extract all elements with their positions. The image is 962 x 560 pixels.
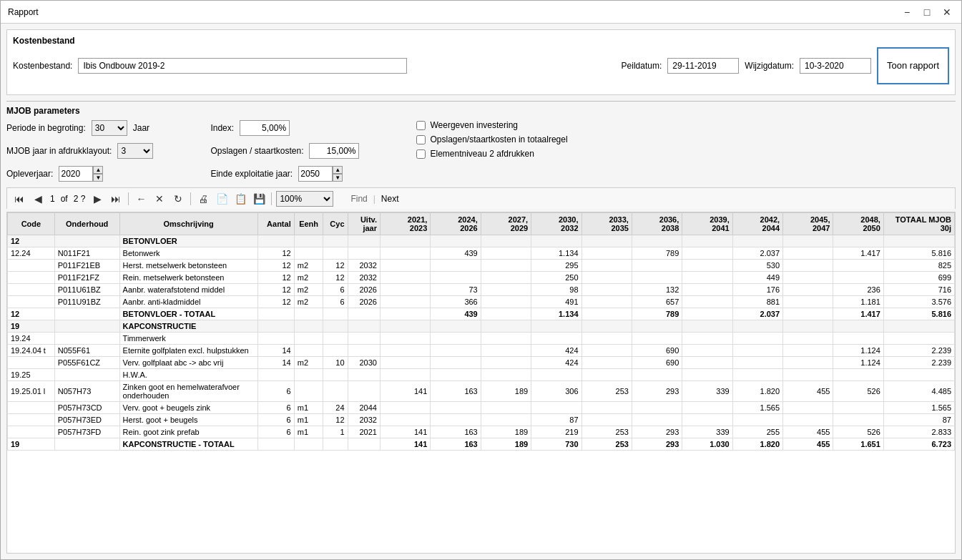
cell-c6: 690: [632, 357, 682, 369]
cell-c1: [380, 357, 430, 369]
cell-onderhoud: P011U91BZ: [54, 296, 119, 308]
cell-eenh: [294, 438, 323, 451]
close-button[interactable]: ✕: [940, 5, 954, 19]
minimize-button[interactable]: −: [900, 5, 914, 19]
einde-down[interactable]: ▼: [333, 174, 343, 182]
cell-c10: [833, 369, 883, 381]
cell-c3: 189: [481, 438, 531, 451]
opleverjaar-input[interactable]: [59, 166, 93, 182]
kostenbestand-input[interactable]: [78, 58, 407, 74]
first-page-button[interactable]: ⏮: [11, 191, 27, 207]
cell-c7: [682, 296, 732, 308]
cell-c4: [531, 333, 581, 345]
opslagen-row: Opslagen / staartkosten:: [210, 143, 359, 159]
opleverjaar-down[interactable]: ▼: [93, 174, 103, 182]
einde-input[interactable]: [298, 166, 333, 182]
cell-c10: 526: [833, 426, 883, 438]
cell-omschrijving: Aanbr. anti-kladmiddel: [119, 296, 257, 308]
cell-eenh: [294, 369, 323, 381]
next-link[interactable]: Next: [381, 194, 399, 204]
cell-c3: [481, 260, 531, 272]
wijzigdatum-input[interactable]: [800, 58, 871, 74]
zoom-select[interactable]: 100%75%150%: [276, 191, 333, 207]
cell-c4: 730: [531, 438, 581, 451]
mjob-jaar-select[interactable]: 312: [117, 143, 153, 159]
maximize-button[interactable]: □: [920, 5, 934, 19]
cell-cyc: [323, 345, 348, 357]
cell-totaal: 825: [883, 260, 954, 272]
cell-omschrijving: Rein. goot zink prefab: [119, 426, 257, 438]
cell-uitv: [348, 235, 380, 247]
cell-totaal: [883, 333, 954, 345]
cell-cyc: [323, 381, 348, 402]
cell-onderhoud: N057H73: [54, 381, 119, 402]
cell-c5: [581, 333, 632, 345]
cell-c3: 189: [481, 426, 531, 438]
save-button[interactable]: 💾: [251, 191, 267, 207]
cb1-label: Weergeven investering: [430, 120, 518, 130]
cell-onderhoud: [54, 320, 119, 333]
cell-omschrijving: BETONVLOER - TOTAAL: [119, 308, 257, 320]
cell-cyc: 6: [323, 284, 348, 296]
cell-totaal: 699: [883, 272, 954, 284]
th-2033: 2033,2035: [581, 213, 632, 235]
toon-rapport-button[interactable]: Toon rapport: [877, 47, 949, 84]
cell-omschrijving: Rein. metselwerk betonsteen: [119, 272, 257, 284]
cell-omschrijving: Verv. goot + beugels zink: [119, 402, 257, 414]
cell-c2: 366: [431, 296, 481, 308]
einde-up[interactable]: ▲: [333, 166, 343, 174]
cell-c1: [380, 345, 430, 357]
report-table-container[interactable]: Code Onderhoud Omschrijving Aantal Eenh …: [6, 212, 956, 554]
cell-onderhoud: N011F21: [54, 247, 119, 260]
cell-c4: 250: [531, 272, 581, 284]
cell-c9: [783, 333, 833, 345]
cell-c8: 1.565: [732, 402, 782, 414]
cell-c8: 1.820: [732, 381, 782, 402]
export-button[interactable]: 📋: [232, 191, 248, 207]
kostenbestand-section-label: Kostenbestand: [13, 36, 949, 46]
periode-select[interactable]: 302025: [92, 120, 127, 136]
cell-c3: [481, 402, 531, 414]
cell-omschrijving: Timmerwerk: [119, 333, 257, 345]
cell-c8: [732, 369, 782, 381]
cell-c8: 176: [732, 284, 782, 296]
cell-c2: [431, 235, 481, 247]
cell-c7: [682, 345, 732, 357]
peildatum-input[interactable]: [667, 58, 739, 74]
cb-investering[interactable]: [416, 121, 426, 130]
table-body: 12BETONVLOER12.24N011F21Betonwerk124391.…: [8, 235, 955, 451]
opslagen-input[interactable]: [309, 143, 359, 159]
index-input[interactable]: [240, 120, 290, 136]
cell-c7: [682, 247, 732, 260]
cell-c2: [431, 369, 481, 381]
stop-button[interactable]: ✕: [152, 191, 167, 207]
mjob-section-label: MJOB parameters: [6, 106, 956, 116]
print-button[interactable]: 🖨: [195, 191, 211, 207]
cell-c10: 1.124: [833, 345, 883, 357]
opleverjaar-up[interactable]: ▲: [93, 166, 103, 174]
cell-c10: 1.124: [833, 357, 883, 369]
table-row: P057H73EDHerst. goot + beugels6m11220328…: [8, 414, 955, 426]
last-page-button[interactable]: ⏭: [108, 191, 124, 207]
cb-elementniveau[interactable]: [416, 149, 426, 159]
refresh-button[interactable]: ↻: [170, 191, 186, 207]
cell-aantal: [257, 308, 294, 320]
cell-code: 12: [8, 308, 55, 320]
th-2030: 2030,2032: [531, 213, 581, 235]
back-button[interactable]: ←: [133, 191, 149, 207]
cb-opslagen[interactable]: [416, 135, 426, 144]
cell-aantal: [257, 235, 294, 247]
cell-code: [8, 296, 55, 308]
cell-c5: 253: [581, 438, 632, 451]
cell-cyc: 10: [323, 357, 348, 369]
next-page-button[interactable]: ▶: [89, 191, 105, 207]
cell-cyc: [323, 369, 348, 381]
prev-page-button[interactable]: ◀: [30, 191, 46, 207]
cell-c6: 690: [632, 345, 682, 357]
cell-code: 19.25.01 l: [8, 381, 55, 402]
cell-c8: [732, 414, 782, 426]
cb2-label: Opslagen/staartkosten in totaalregel: [430, 134, 567, 144]
cell-aantal: 12: [257, 284, 294, 296]
cell-uitv: 2032: [348, 272, 380, 284]
view-button[interactable]: 📄: [214, 191, 230, 207]
